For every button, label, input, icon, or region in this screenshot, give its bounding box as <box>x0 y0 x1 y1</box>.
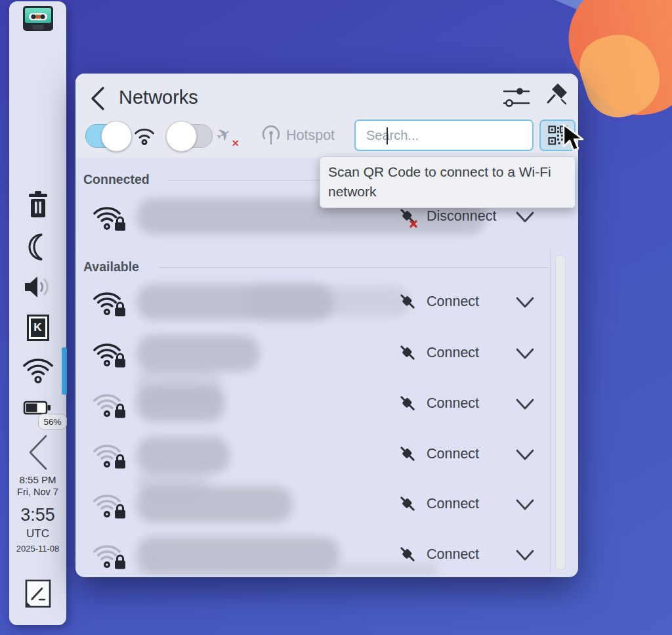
chevron-down-icon[interactable] <box>515 296 535 310</box>
chevron-down-icon[interactable] <box>515 498 535 512</box>
antenna-icon <box>261 125 281 146</box>
night-light-moon-icon[interactable] <box>9 232 66 263</box>
action-label: Connect <box>427 446 479 462</box>
wifi-tray-icon[interactable] <box>9 353 66 383</box>
action-label: Connect <box>427 496 479 512</box>
scan-qr-button[interactable] <box>539 120 576 151</box>
toggle-knob <box>166 121 197 152</box>
notes-widget[interactable] <box>9 578 66 609</box>
sliders-icon <box>502 84 531 110</box>
back-button[interactable] <box>87 85 110 112</box>
chevron-left-icon <box>25 433 51 471</box>
wifi-signal-lock-icon <box>91 198 128 232</box>
wifi-toggle[interactable] <box>85 124 130 148</box>
chevron-left-icon <box>87 85 110 112</box>
wifi-icon <box>133 125 156 146</box>
section-header-connected: Connected <box>83 172 150 187</box>
connect-button[interactable]: Connect <box>396 542 479 566</box>
section-header-available: Available <box>83 259 139 274</box>
action-label: Connect <box>427 294 479 310</box>
plug-icon <box>396 290 419 313</box>
airplane-off-x-icon: ✕ <box>232 138 240 148</box>
pin-button[interactable] <box>545 81 569 113</box>
cassette-icon <box>22 5 54 32</box>
launcher-cassette-icon[interactable] <box>9 5 66 32</box>
plug-icon <box>396 492 419 515</box>
action-label: Connect <box>427 546 479 563</box>
pin-icon <box>545 81 569 110</box>
connect-button[interactable]: Connect <box>396 290 479 313</box>
k-icon: K <box>27 315 49 341</box>
wifi-signal-lock-icon <box>91 284 128 318</box>
wifi-signal-lock-icon <box>91 486 128 520</box>
section-divider <box>159 267 549 268</box>
k-letter: K <box>31 318 45 337</box>
local-date: Fri, Nov 7 <box>9 487 66 497</box>
network-row[interactable]: Connect <box>81 330 543 377</box>
utc-zone: UTC <box>9 527 66 540</box>
chevron-down-icon[interactable] <box>515 347 535 361</box>
wifi-signal-lock-icon <box>91 536 128 571</box>
airplane-mode-toggle[interactable] <box>168 124 213 148</box>
network-row[interactable]: Connect <box>81 481 543 528</box>
panel-collapse-button[interactable] <box>9 433 66 471</box>
utc-time: 3:55 <box>9 505 66 525</box>
network-row[interactable]: Connect <box>81 531 543 577</box>
wifi-signal-lock-icon <box>91 385 128 420</box>
plug-icon <box>396 341 419 364</box>
wifi-signal-lock-icon <box>91 436 128 470</box>
active-applet-indicator <box>62 347 67 395</box>
trash-icon[interactable] <box>9 190 66 219</box>
action-label: Connect <box>427 395 479 412</box>
chevron-down-icon[interactable] <box>515 210 535 225</box>
utc-date: 2025-11-08 <box>9 544 66 554</box>
plug-icon <box>396 542 419 566</box>
volume-speaker-icon[interactable] <box>9 274 66 300</box>
chevron-down-icon[interactable] <box>515 548 535 563</box>
battery-percent-badge: 56% <box>38 414 67 429</box>
local-time: 8:55 PM <box>9 474 66 485</box>
search-box <box>354 120 534 151</box>
network-row[interactable]: Connect <box>81 431 543 478</box>
page-title: Networks <box>119 87 198 108</box>
digital-clock[interactable]: 8:55 PM Fri, Nov 7 3:55 UTC 2025-11-08 <box>9 474 66 554</box>
scrollbar-track <box>550 248 551 573</box>
plug-icon <box>396 442 419 466</box>
connect-button[interactable]: Connect <box>396 492 479 515</box>
toggle-knob <box>101 121 132 152</box>
network-row[interactable]: Connect <box>81 278 543 326</box>
networks-popup: Networks ✈ <box>75 74 578 577</box>
action-label: Disconnect <box>427 208 496 225</box>
text-caret <box>387 127 388 144</box>
action-label: Connect <box>427 345 479 361</box>
hotspot-label: Hotspot <box>286 127 335 144</box>
desktop: K 56% 8:55 PM <box>0 0 672 635</box>
plug-icon <box>396 391 419 415</box>
search-input[interactable] <box>362 127 541 144</box>
connect-button[interactable]: Connect <box>396 341 479 364</box>
plasma-panel: K 56% 8:55 PM <box>9 1 66 625</box>
k-app-icon[interactable]: K <box>9 315 66 341</box>
connect-button[interactable]: Connect <box>396 442 479 466</box>
configure-button[interactable] <box>502 84 531 113</box>
qr-code-icon <box>548 125 568 145</box>
hotspot-button[interactable]: Hotspot <box>261 125 335 146</box>
connect-button[interactable]: Connect <box>396 391 479 415</box>
wifi-signal-lock-icon <box>91 335 128 369</box>
wifi-icon <box>21 353 55 383</box>
chevron-down-icon[interactable] <box>515 448 535 462</box>
qr-tooltip: Scan QR Code to connect to a Wi-Fi netwo… <box>320 156 576 208</box>
chevron-down-icon[interactable] <box>515 397 535 412</box>
network-row[interactable]: Connect <box>81 380 543 427</box>
scrollbar-thumb[interactable] <box>555 255 566 570</box>
note-pencil-icon <box>23 578 53 609</box>
